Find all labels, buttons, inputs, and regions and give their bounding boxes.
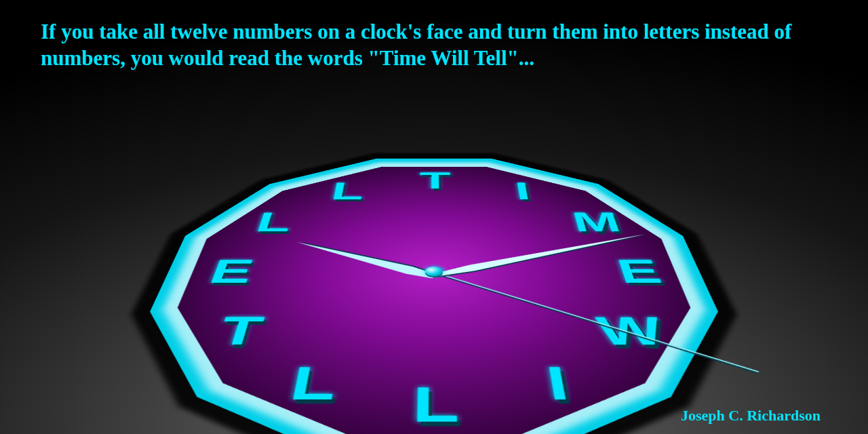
clock-letter-pos-10: L: [252, 209, 292, 236]
clock-letter-pos-4: W: [593, 312, 667, 351]
quote-text: If you take all twelve numbers on a cloc…: [41, 19, 841, 72]
clock-letter-pos-9: E: [205, 256, 254, 288]
clock-letter-pos-6: L: [412, 380, 456, 430]
clock-letter-pos-11: L: [329, 179, 363, 203]
svg-line-4: [434, 273, 759, 372]
clock-container: TIMEWILLTELL: [0, 108, 868, 434]
clock-hub: [425, 267, 443, 276]
clock-letter-pos-8: T: [214, 312, 264, 351]
clock-letters: TIMEWILLTELL: [59, 154, 809, 434]
stage: If you take all twelve numbers on a cloc…: [0, 0, 868, 434]
clock-letter-pos-2: M: [570, 209, 622, 236]
clock-letter-pos-5: I: [543, 361, 568, 407]
clock: TIMEWILLTELL: [59, 154, 809, 434]
clock-letter-pos-7: L: [287, 361, 336, 407]
clock-letter-pos-12: T: [419, 170, 449, 193]
attribution: Joseph C. Richardson: [681, 407, 821, 425]
clock-letter-pos-1: I: [513, 179, 530, 203]
clock-tilt: TIMEWILLTELL: [59, 154, 809, 434]
clock-letter-pos-3: E: [613, 256, 663, 288]
